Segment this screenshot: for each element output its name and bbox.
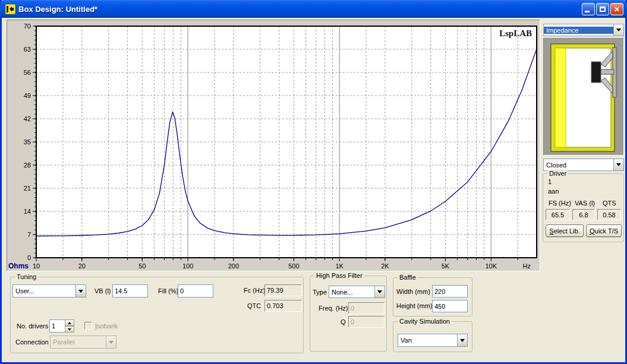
driver-group-title: Driver xyxy=(547,170,568,177)
svg-text:Hz: Hz xyxy=(523,262,531,270)
hpf-type-value: None... xyxy=(329,289,374,296)
chevron-down-icon xyxy=(106,336,116,348)
svg-text:63: 63 xyxy=(24,46,31,53)
svg-text:1K: 1K xyxy=(335,262,344,270)
fill-input[interactable] xyxy=(178,284,213,297)
svg-text:7: 7 xyxy=(27,231,31,238)
tuning-group-title: Tuning xyxy=(15,273,38,280)
cavity-group-title: Cavity Simulation xyxy=(398,318,452,325)
view-select-combo[interactable]: Impedance xyxy=(543,24,624,36)
qts-label: QTS xyxy=(603,200,616,207)
hpf-freq-input xyxy=(348,302,385,314)
view-select-value: Impedance xyxy=(544,27,613,34)
baffle-group-title: Baffle xyxy=(398,274,418,281)
enclosure-diagram xyxy=(544,39,623,155)
minimize-button[interactable] xyxy=(582,3,595,15)
connection-label: Connection xyxy=(15,338,49,346)
chevron-down-icon[interactable] xyxy=(613,24,623,36)
vas-label: VAS (l) xyxy=(575,200,595,207)
svg-text:100: 100 xyxy=(182,262,193,270)
enclosure-select-value: Closed xyxy=(544,162,613,169)
box-design-window: Box Design: Untitled* ✕ 1020501002005001… xyxy=(0,0,627,364)
impedance-chart: 1020501002005001K2K5K10KHzOhms0714212835… xyxy=(7,20,540,271)
svg-text:28: 28 xyxy=(24,162,31,169)
title-bar: Box Design: Untitled* ✕ xyxy=(0,0,627,18)
driver-name: aan xyxy=(548,188,559,195)
no-drivers-stepper[interactable] xyxy=(65,319,74,333)
spin-down-icon[interactable] xyxy=(65,326,74,333)
select-lib-button[interactable]: Select Lib. xyxy=(546,224,584,237)
chevron-down-icon[interactable] xyxy=(457,334,467,346)
svg-text:20: 20 xyxy=(78,262,86,270)
svg-text:10K: 10K xyxy=(485,262,497,270)
svg-text:200: 200 xyxy=(228,262,239,270)
fc-label: Fc (Hz) xyxy=(244,287,265,294)
no-drivers-label: No. drivers xyxy=(17,322,48,330)
chart-watermark: LspLAB xyxy=(499,29,532,38)
hpf-type-combo[interactable]: None... xyxy=(329,286,385,298)
spin-up-icon[interactable] xyxy=(65,319,74,326)
tuning-mode-combo[interactable]: User... xyxy=(12,284,86,297)
enclosure-select-combo[interactable]: Closed xyxy=(543,159,624,171)
hpf-q-label: Q xyxy=(341,318,346,325)
svg-text:500: 500 xyxy=(288,262,299,270)
svg-text:2K: 2K xyxy=(381,262,389,270)
baffle-width-input[interactable] xyxy=(432,285,468,297)
isobarik-checkbox xyxy=(84,322,92,330)
connection-value: Parallel xyxy=(51,338,106,346)
impedance-chart-panel: 1020501002005001K2K5K10KHzOhms0714212835… xyxy=(7,20,540,271)
close-button[interactable]: ✕ xyxy=(610,3,623,15)
chevron-down-icon[interactable] xyxy=(75,285,86,297)
chevron-down-icon[interactable] xyxy=(374,286,385,297)
baffle-width-label: Width (mm) xyxy=(396,288,430,295)
vas-value-field xyxy=(572,209,595,220)
svg-text:42: 42 xyxy=(24,115,31,122)
svg-text:5K: 5K xyxy=(442,262,450,270)
svg-text:50: 50 xyxy=(138,262,146,270)
hpf-type-label: Type xyxy=(313,289,327,296)
fs-value-field xyxy=(546,209,570,220)
vb-input[interactable] xyxy=(112,284,148,297)
fill-label: Fill (%) xyxy=(158,287,178,295)
hpf-q-input xyxy=(348,316,385,328)
qtc-value-field xyxy=(264,300,302,312)
enclosure-diagram-panel xyxy=(543,38,624,156)
chevron-down-icon[interactable] xyxy=(613,159,623,170)
no-drivers-input[interactable] xyxy=(49,319,65,333)
svg-text:21: 21 xyxy=(24,185,31,192)
svg-text:10: 10 xyxy=(33,262,40,270)
svg-text:14: 14 xyxy=(24,208,31,215)
fs-label: FS (Hz) xyxy=(549,200,571,207)
driver-number: 1 xyxy=(548,178,552,185)
connection-combo: Parallel xyxy=(50,335,116,349)
svg-text:35: 35 xyxy=(24,138,31,145)
svg-text:70: 70 xyxy=(24,23,31,30)
baffle-height-label: Height (mm) xyxy=(396,302,433,309)
cavity-value: Van xyxy=(398,337,457,344)
qts-value-field xyxy=(597,209,621,220)
svg-text:0: 0 xyxy=(27,254,31,261)
app-icon xyxy=(5,4,15,14)
fc-value-field xyxy=(264,284,302,296)
isobarik-label: Isobarik xyxy=(95,322,118,330)
hpf-freq-label: Freq. (Hz) xyxy=(319,305,348,312)
vb-label: VB (l) xyxy=(94,287,111,295)
svg-text:56: 56 xyxy=(24,69,31,76)
window-title: Box Design: Untitled* xyxy=(18,5,581,14)
svg-text:Ohms: Ohms xyxy=(8,262,29,270)
svg-text:49: 49 xyxy=(24,92,31,99)
quick-ts-button[interactable]: Quick T/S xyxy=(586,224,622,237)
hpf-group-title: High Pass Filter xyxy=(314,272,364,279)
cavity-combo[interactable]: Van xyxy=(398,334,468,347)
qtc-label: QTC xyxy=(247,302,261,309)
maximize-button[interactable] xyxy=(596,3,609,15)
tuning-mode-value: User... xyxy=(13,287,75,295)
baffle-height-input[interactable] xyxy=(432,300,468,312)
